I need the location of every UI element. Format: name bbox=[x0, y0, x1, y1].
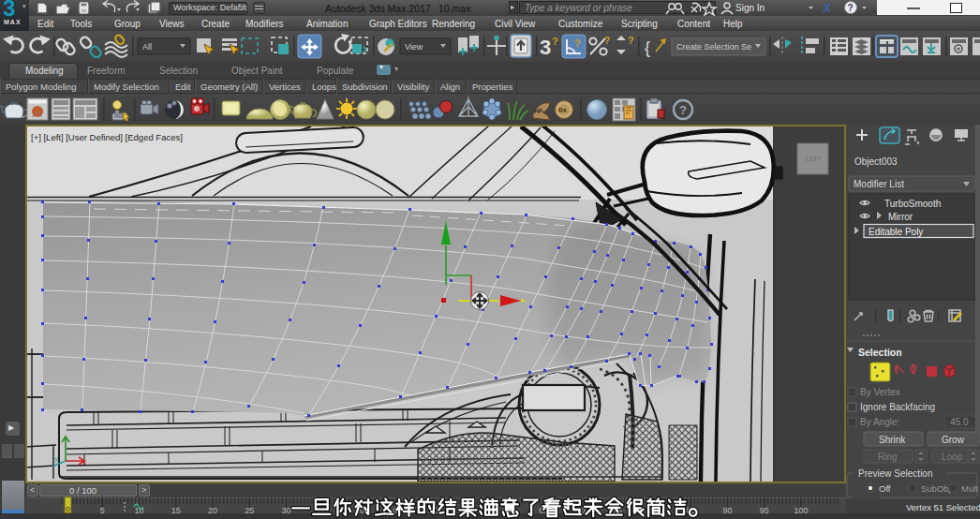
svg-text:0x: 0x bbox=[558, 106, 567, 114]
svg-text:45.0: 45.0 bbox=[950, 417, 969, 427]
svg-text:X: X bbox=[822, 1, 832, 15]
svg-text:LEFT: LEFT bbox=[806, 156, 823, 162]
svg-text:HF: HF bbox=[534, 108, 543, 114]
svg-text:?: ? bbox=[848, 3, 854, 13]
svg-text:3: 3 bbox=[540, 36, 551, 59]
svg-text:Preview Selection: Preview Selection bbox=[858, 468, 932, 479]
svg-text:?: ? bbox=[679, 103, 687, 117]
svg-text:Ignore Backfacing: Ignore Backfacing bbox=[860, 402, 935, 412]
svg-text:Modifier List: Modifier List bbox=[854, 179, 904, 189]
svg-text:Selection: Selection bbox=[858, 347, 902, 358]
svg-text:?: ? bbox=[574, 37, 581, 49]
svg-text:Shrink: Shrink bbox=[879, 435, 906, 445]
svg-text:Ring: Ring bbox=[878, 452, 898, 462]
svg-text:By Angle:: By Angle: bbox=[860, 417, 899, 427]
svg-text:TurboSmooth: TurboSmooth bbox=[884, 199, 941, 209]
svg-text:x: x bbox=[82, 458, 86, 467]
svg-text:Loop: Loop bbox=[942, 452, 963, 462]
svg-text:Sign In: Sign In bbox=[735, 3, 765, 13]
svg-text:y: y bbox=[54, 454, 58, 463]
svg-text:Editable Poly: Editable Poly bbox=[869, 227, 923, 237]
svg-text:[+] [Left] [User Defined] [Edg: [+] [Left] [User Defined] [Edged Faces] bbox=[31, 132, 183, 142]
svg-text:View: View bbox=[405, 42, 423, 52]
svg-text:Mirror: Mirror bbox=[888, 212, 913, 222]
svg-text:By Vertex: By Vertex bbox=[860, 387, 900, 397]
svg-text:Create Selection Se: Create Selection Se bbox=[676, 42, 751, 52]
svg-text:?: ? bbox=[552, 36, 558, 47]
svg-text:?: ? bbox=[604, 36, 610, 46]
svg-text:Object003: Object003 bbox=[854, 156, 898, 167]
svg-text:?: ? bbox=[628, 35, 634, 46]
svg-text:Grow: Grow bbox=[942, 435, 965, 445]
svg-text:{: { bbox=[645, 38, 650, 57]
svg-text:All: All bbox=[142, 42, 152, 52]
